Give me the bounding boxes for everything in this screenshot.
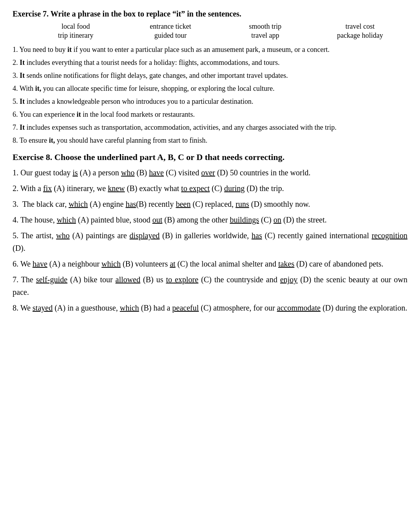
sentence-8-1: 1. Our guest today is (A) a person who (… bbox=[13, 166, 407, 179]
word-travel-app: travel app bbox=[218, 31, 313, 40]
exercise8-section: Exercise 8. Choose the underlined part A… bbox=[13, 152, 407, 314]
sentence-8-2: 2. With a fix (A) itinerary, we knew (B)… bbox=[13, 182, 407, 195]
sentence-7-3: 3. It sends online notifications for fli… bbox=[13, 70, 407, 81]
exercise8-sentences: 1. Our guest today is (A) a person who (… bbox=[13, 166, 407, 314]
sentence-7-7: 7. It includes expenses such as transpor… bbox=[13, 122, 407, 133]
exercise8-title: Exercise 8. Choose the underlined part A… bbox=[13, 152, 407, 162]
word-local-food: local food bbox=[28, 22, 123, 31]
sentence-8-8: 8. We stayed (A) in a guesthouse, which … bbox=[13, 302, 407, 314]
exercise7-sentences: 1. You need to buy it if you want to ent… bbox=[13, 44, 407, 146]
underline-to-expect: to expect bbox=[181, 184, 210, 193]
bold-it-6: it bbox=[77, 110, 81, 118]
underline-who-1: who bbox=[121, 168, 134, 177]
underline-is: is bbox=[73, 168, 78, 177]
underline-accommodate: accommodate bbox=[277, 303, 321, 312]
underline-been: been bbox=[176, 200, 191, 208]
exercise7-section: Exercise 7. Write a phrase in the box to… bbox=[13, 9, 407, 146]
underline-at: at bbox=[170, 259, 175, 268]
exercise7-title: Exercise 7. Write a phrase in the box to… bbox=[13, 9, 407, 18]
underline-runs: runs bbox=[236, 200, 249, 208]
underline-takes: takes bbox=[278, 259, 294, 268]
word-entrance-ticket: entrance ticket bbox=[123, 22, 218, 31]
word-package-holiday: package holiday bbox=[313, 31, 407, 40]
sentence-8-6: 6. We have (A) a neighbour which (B) vol… bbox=[13, 257, 407, 270]
underline-knew: knew bbox=[108, 184, 125, 193]
underline-out: out bbox=[152, 215, 163, 224]
bold-it-7: It bbox=[20, 123, 25, 131]
sentence-7-5: 5. It includes a knowledgeable person wh… bbox=[13, 96, 407, 107]
word-smooth-trip: smooth trip bbox=[218, 22, 313, 31]
bold-it-3: It bbox=[20, 72, 25, 79]
word-bank-row-2: trip itinerary guided tour travel app pa… bbox=[28, 31, 407, 40]
underline-who-2: who bbox=[56, 231, 70, 240]
sentence-8-5: 5. The artist, who (A) paintings are dis… bbox=[13, 229, 407, 254]
underline-which-3: which bbox=[101, 259, 121, 268]
underline-allowed: allowed bbox=[116, 275, 140, 284]
underline-displayed: displayed bbox=[130, 231, 160, 240]
underline-to-explore: to explore bbox=[166, 275, 198, 284]
underline-have: have bbox=[149, 168, 164, 177]
underline-has-2: has bbox=[251, 231, 262, 240]
underline-recognition: recognition bbox=[372, 231, 407, 240]
underline-self-guide: self-guide bbox=[36, 275, 68, 284]
bold-it-5: It bbox=[20, 97, 25, 105]
word-guided-tour: guided tour bbox=[123, 31, 218, 40]
underline-on: on bbox=[273, 215, 281, 224]
underline-has: has bbox=[126, 200, 136, 208]
underline-peaceful: peaceful bbox=[172, 303, 199, 312]
sentence-7-4: 4. With it, you can allocate specific ti… bbox=[13, 83, 407, 94]
underline-have: have bbox=[33, 259, 48, 268]
sentence-8-4: 4. The house, which (A) painted blue, st… bbox=[13, 213, 407, 226]
underline-over: over bbox=[201, 168, 215, 177]
sentence-8-3: 3. The black car, which (A) engine has(B… bbox=[13, 198, 407, 210]
bold-it-2: It bbox=[20, 59, 25, 66]
underline-enjoy: enjoy bbox=[280, 275, 297, 284]
underline-stayed: stayed bbox=[33, 303, 53, 312]
underline-which-1: which bbox=[69, 200, 88, 208]
sentence-7-6: 6. You can experience it in the local fo… bbox=[13, 109, 407, 120]
underline-which-2: which bbox=[57, 215, 76, 224]
word-travel-cost: travel cost bbox=[313, 22, 407, 31]
underline-fix: fix bbox=[43, 184, 52, 193]
underline-buildings: buildings bbox=[230, 215, 259, 224]
word-bank: local food entrance ticket smooth trip t… bbox=[13, 22, 407, 40]
underline-which-4: which bbox=[120, 303, 139, 312]
bold-it-1: it bbox=[68, 46, 72, 53]
sentence-7-8: 8. To ensure it, you should have careful… bbox=[13, 135, 407, 146]
sentence-8-7: 7. The self-guide (A) bike tour allowed … bbox=[13, 273, 407, 298]
bold-it-8: it, bbox=[49, 136, 55, 144]
underline-during: during bbox=[224, 184, 245, 193]
word-trip-itinerary: trip itinerary bbox=[28, 31, 123, 40]
sentence-7-1: 1. You need to buy it if you want to ent… bbox=[13, 44, 407, 55]
sentence-7-2: 2. It includes everything that a tourist… bbox=[13, 57, 407, 68]
word-bank-row-1: local food entrance ticket smooth trip t… bbox=[28, 22, 407, 31]
bold-it-4: it, bbox=[35, 85, 41, 92]
